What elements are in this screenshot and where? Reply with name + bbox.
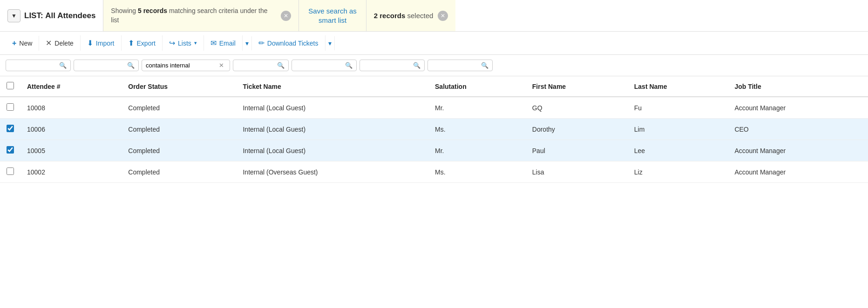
email-button[interactable]: ✉ Email bbox=[204, 35, 243, 51]
col-ticket-name: Ticket Name bbox=[236, 76, 428, 97]
search-info-section: Showing 5 records matching search criter… bbox=[103, 0, 299, 31]
row-attendee-num: 10002 bbox=[20, 161, 122, 183]
delete-button[interactable]: ✕ Delete bbox=[39, 35, 80, 51]
plus-icon: + bbox=[12, 39, 16, 47]
attendee-filter-cell: 🔍 bbox=[6, 60, 71, 71]
row-checkbox[interactable] bbox=[7, 146, 14, 154]
col-first-name: First Name bbox=[526, 76, 628, 97]
import-button[interactable]: ⬇ Import bbox=[81, 35, 122, 51]
list-prefix: LIST: bbox=[24, 11, 43, 20]
lastname-search-input[interactable] bbox=[364, 62, 413, 69]
row-ticket-name: Internal (Local Guest) bbox=[236, 97, 428, 119]
row-attendee-num: 10008 bbox=[20, 97, 122, 119]
row-last-name: Fu bbox=[628, 97, 728, 119]
new-button[interactable]: + New bbox=[6, 36, 39, 51]
row-checkbox-cell bbox=[0, 97, 20, 119]
row-attendee-num: 10006 bbox=[20, 119, 122, 140]
jobtitle-filter-cell: 🔍 bbox=[427, 60, 493, 71]
row-order-status: Completed bbox=[122, 161, 236, 183]
row-first-name: Paul bbox=[526, 140, 628, 161]
table-row: 10006 Completed Internal (Local Guest) M… bbox=[0, 119, 868, 140]
row-job-title: Account Manager bbox=[728, 140, 868, 161]
row-checkbox-cell bbox=[0, 140, 20, 161]
salutation-search-input[interactable] bbox=[237, 62, 277, 69]
lastname-filter-cell: 🔍 bbox=[359, 60, 425, 71]
lists-button[interactable]: ↪ Lists ▾ bbox=[163, 35, 204, 51]
list-title-section: ▼ LIST: All Attendees bbox=[0, 0, 103, 31]
row-salutation: Mr. bbox=[428, 140, 526, 161]
row-order-status: Completed bbox=[122, 119, 236, 140]
row-checkbox-cell bbox=[0, 119, 20, 140]
jobtitle-search-input[interactable] bbox=[432, 62, 481, 69]
row-salutation: Ms. bbox=[428, 161, 526, 183]
download-tickets-dropdown-button[interactable]: ▾ bbox=[326, 36, 335, 50]
row-salutation: Mr. bbox=[428, 97, 526, 119]
col-order-status: Order Status bbox=[122, 76, 236, 97]
col-job-title: Job Title bbox=[728, 76, 868, 97]
row-job-title: Account Manager bbox=[728, 161, 868, 183]
col-salutation: Salutation bbox=[428, 76, 526, 97]
email-dropdown-button[interactable]: ▾ bbox=[243, 36, 252, 50]
row-ticket-name: Internal (Local Guest) bbox=[236, 140, 428, 161]
download-tickets-button[interactable]: ✏ Download Tickets bbox=[252, 35, 326, 51]
ticket-clear-icon[interactable]: ✕ bbox=[219, 62, 224, 69]
attendee-search-icon[interactable]: 🔍 bbox=[59, 62, 67, 69]
row-job-title: Account Manager bbox=[728, 97, 868, 119]
ticket-icon: ✏ bbox=[258, 39, 264, 47]
table-row: 10002 Completed Internal (Overseas Guest… bbox=[0, 161, 868, 183]
ticket-search-input[interactable] bbox=[146, 62, 219, 69]
table-row: 10008 Completed Internal (Local Guest) M… bbox=[0, 97, 868, 119]
row-order-status: Completed bbox=[122, 140, 236, 161]
row-ticket-name: Internal (Local Guest) bbox=[236, 119, 428, 140]
attendees-table: Attendee # Order Status Ticket Name Salu… bbox=[0, 76, 868, 183]
records-selected-text: 2 records selected bbox=[374, 12, 434, 20]
filter-row: 🔍 🔍 ✕ 🔍 🔍 🔍 🔍 bbox=[0, 55, 868, 76]
status-search-icon[interactable]: 🔍 bbox=[127, 62, 135, 69]
list-dropdown-button[interactable]: ▼ bbox=[7, 9, 20, 22]
row-checkbox[interactable] bbox=[7, 167, 14, 175]
col-last-name: Last Name bbox=[628, 76, 728, 97]
table-header-row: Attendee # Order Status Ticket Name Salu… bbox=[0, 76, 868, 97]
email-icon: ✉ bbox=[210, 39, 217, 47]
firstname-filter-cell: 🔍 bbox=[292, 60, 357, 71]
toolbar: + New ✕ Delete ⬇ Import ⬆ Export ↪ Lists… bbox=[0, 32, 868, 55]
row-last-name: Lee bbox=[628, 140, 728, 161]
records-selected-close-button[interactable]: ✕ bbox=[438, 11, 448, 21]
list-title: LIST: All Attendees bbox=[24, 11, 95, 20]
row-last-name: Lim bbox=[628, 119, 728, 140]
salutation-filter-cell: 🔍 bbox=[233, 60, 289, 71]
row-attendee-num: 10005 bbox=[20, 140, 122, 161]
select-all-header bbox=[0, 76, 20, 97]
salutation-search-icon[interactable]: 🔍 bbox=[277, 62, 285, 69]
row-last-name: Liz bbox=[628, 161, 728, 183]
row-job-title: CEO bbox=[728, 119, 868, 140]
select-all-checkbox[interactable] bbox=[7, 82, 14, 89]
attendee-search-input[interactable] bbox=[10, 62, 59, 69]
header-bar: ▼ LIST: All Attendees Showing 5 records … bbox=[0, 0, 868, 32]
table-wrap: Attendee # Order Status Ticket Name Salu… bbox=[0, 76, 868, 183]
jobtitle-search-icon[interactable]: 🔍 bbox=[481, 62, 488, 69]
save-smart-list-button[interactable]: Save search as smart list bbox=[299, 0, 366, 31]
firstname-search-input[interactable] bbox=[296, 62, 345, 69]
download-tickets-dropdown-arrow-icon: ▾ bbox=[328, 40, 332, 47]
row-first-name: Lisa bbox=[526, 161, 628, 183]
x-icon: ✕ bbox=[46, 39, 52, 47]
row-first-name: GQ bbox=[526, 97, 628, 119]
status-search-input[interactable] bbox=[78, 62, 127, 69]
row-first-name: Dorothy bbox=[526, 119, 628, 140]
row-checkbox[interactable] bbox=[7, 125, 14, 132]
lastname-search-icon[interactable]: 🔍 bbox=[413, 62, 420, 69]
ticket-filter-cell: ✕ bbox=[142, 60, 230, 71]
records-selected-section: 2 records selected ✕ bbox=[366, 0, 456, 31]
lists-icon: ↪ bbox=[169, 39, 175, 47]
firstname-search-icon[interactable]: 🔍 bbox=[345, 62, 353, 69]
row-salutation: Ms. bbox=[428, 119, 526, 140]
table-row: 10005 Completed Internal (Local Guest) M… bbox=[0, 140, 868, 161]
list-name: All Attendees bbox=[45, 11, 95, 20]
search-info-close-button[interactable]: ✕ bbox=[281, 11, 291, 21]
export-button[interactable]: ⬆ Export bbox=[122, 35, 163, 51]
export-icon: ⬆ bbox=[128, 39, 134, 47]
row-ticket-name: Internal (Overseas Guest) bbox=[236, 161, 428, 183]
row-checkbox[interactable] bbox=[7, 103, 14, 111]
row-checkbox-cell bbox=[0, 161, 20, 183]
